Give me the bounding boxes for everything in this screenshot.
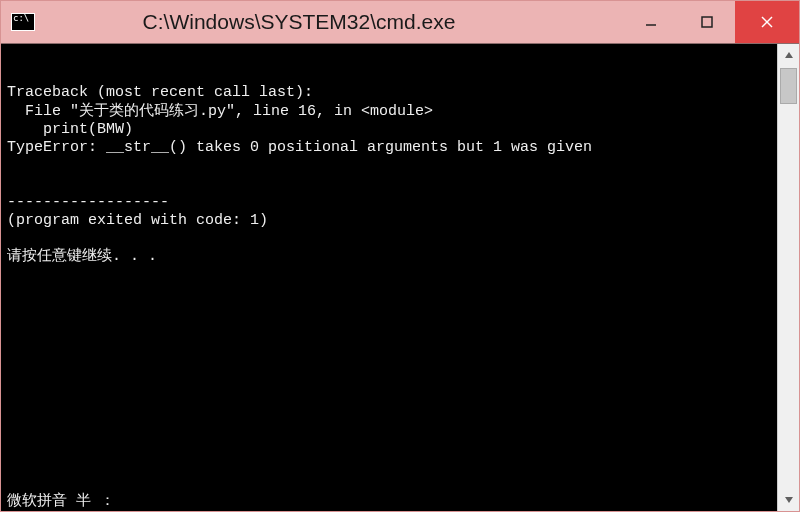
system-menu-icon[interactable]: c:\	[11, 13, 35, 31]
minimize-button[interactable]	[623, 1, 679, 43]
console-line	[7, 157, 771, 175]
console-line: Traceback (most recent call last):	[7, 84, 771, 102]
scroll-down-button[interactable]	[778, 489, 799, 511]
svg-marker-4	[785, 52, 793, 58]
console-line: ------------------	[7, 194, 771, 212]
titlebar[interactable]: c:\ C:\Windows\SYSTEM32\cmd.exe	[1, 1, 799, 43]
console-line: print(BMW)	[7, 121, 771, 139]
window-buttons	[623, 1, 799, 43]
console-line: TypeError: __str__() takes 0 positional …	[7, 139, 771, 157]
console-line: 请按任意键继续. . .	[7, 248, 771, 266]
console-line: File "关于类的代码练习.py", line 16, in <module>	[7, 103, 771, 121]
window-title: C:\Windows\SYSTEM32\cmd.exe	[0, 10, 623, 34]
ime-status: 微软拼音 半 ：	[7, 491, 115, 509]
console-line	[7, 175, 771, 193]
svg-rect-1	[702, 17, 712, 27]
cmd-window: c:\ C:\Windows\SYSTEM32\cmd.exe Tracebac…	[0, 0, 800, 512]
scroll-up-button[interactable]	[778, 44, 799, 66]
sysicon-label: c:\	[12, 14, 29, 23]
scroll-thumb[interactable]	[780, 68, 797, 104]
svg-marker-5	[785, 497, 793, 503]
close-button[interactable]	[735, 1, 799, 43]
console-line: (program exited with code: 1)	[7, 212, 771, 230]
console-output[interactable]: Traceback (most recent call last): File …	[1, 44, 777, 511]
maximize-button[interactable]	[679, 1, 735, 43]
console-line	[7, 230, 771, 248]
client-area: Traceback (most recent call last): File …	[1, 43, 799, 511]
vertical-scrollbar[interactable]	[777, 44, 799, 511]
